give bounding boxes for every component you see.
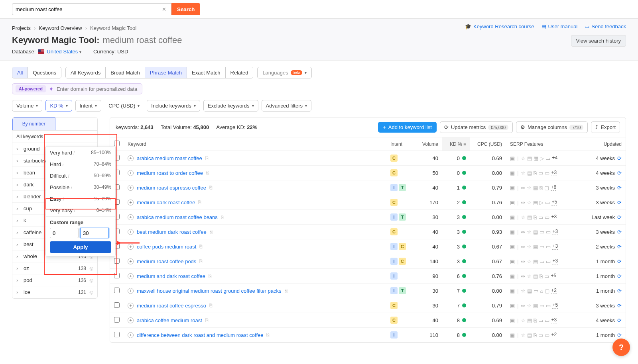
kd-option[interactable]: Very easy i0–14% <box>46 205 115 216</box>
filter-kd[interactable]: KD %▾ <box>45 100 72 112</box>
link-manual[interactable]: ▤User manual <box>542 23 578 29</box>
keyword-link[interactable]: medium roast espresso coffee <box>137 185 206 191</box>
copy-icon[interactable]: ⎘ <box>209 185 212 190</box>
filter-intent[interactable]: Intent▾ <box>75 100 102 112</box>
copy-icon[interactable]: ⎘ <box>221 214 224 220</box>
copy-icon[interactable]: ⎘ <box>205 317 208 323</box>
add-keyword-icon[interactable]: + <box>128 155 134 161</box>
refresh-row-icon[interactable]: ⟳ <box>617 244 622 250</box>
add-keyword-icon[interactable]: + <box>128 288 134 294</box>
search-input[interactable] <box>16 6 160 12</box>
copy-icon[interactable]: ⎘ <box>198 200 201 205</box>
refresh-row-icon[interactable]: ⟳ <box>617 185 622 191</box>
copy-icon[interactable]: ⎘ <box>199 244 202 249</box>
add-keyword-icon[interactable]: + <box>128 200 134 205</box>
export-button[interactable]: ⤴Export <box>591 121 620 133</box>
keyword-link[interactable]: arabica medium roast coffee <box>137 155 202 161</box>
col-serp[interactable]: SERP Features <box>506 137 582 151</box>
copy-icon[interactable]: ⎘ <box>199 258 202 264</box>
ai-domain-input[interactable] <box>57 86 140 92</box>
update-metrics-button[interactable]: ⟳Update metrics0/5,000 <box>440 121 513 133</box>
serp-more-count[interactable]: +5 <box>551 273 556 279</box>
refresh-row-icon[interactable]: ⟳ <box>617 303 622 309</box>
keyword-link[interactable]: difference between dark roast and medium… <box>137 332 263 338</box>
add-keyword-icon[interactable]: + <box>128 332 134 338</box>
tab-phrase-match[interactable]: Phrase Match <box>145 67 187 78</box>
breadcrumb-overview[interactable]: Keyword Overview <box>39 25 82 31</box>
filter-cpc[interactable]: CPC (USD)▾ <box>104 100 144 111</box>
sidebar-item[interactable]: › ice 121 ◎ <box>12 286 97 298</box>
keyword-link[interactable]: coffee pods medium roast <box>137 244 196 250</box>
kd-from-input[interactable] <box>50 228 79 238</box>
kd-option[interactable]: Easy i15–29% <box>46 193 115 205</box>
link-feedback[interactable]: ▭Send feedback <box>585 23 626 29</box>
ai-personalization-bar[interactable]: AI-powered ✦ <box>12 83 142 94</box>
add-to-list-button[interactable]: +Add to keyword list <box>378 122 437 133</box>
serp-more-count[interactable]: +5 <box>552 302 558 309</box>
help-fab[interactable]: ? <box>612 339 630 355</box>
row-checkbox[interactable] <box>114 332 120 337</box>
search-button[interactable]: Search <box>171 3 200 15</box>
row-checkbox[interactable] <box>114 258 120 264</box>
refresh-row-icon[interactable]: ⟳ <box>617 288 622 294</box>
keyword-link[interactable]: medium roast coffee espresso <box>137 303 206 309</box>
serp-more-count[interactable]: +2 <box>551 332 557 338</box>
serp-more-count[interactable]: +4 <box>552 155 557 161</box>
row-checkbox[interactable] <box>114 273 120 278</box>
keyword-link[interactable]: arabica coffee medium roast <box>137 317 202 323</box>
tab-related[interactable]: Related <box>225 67 253 78</box>
tab-all[interactable]: All <box>12 67 28 78</box>
eye-icon[interactable]: ◎ <box>89 278 93 283</box>
breadcrumb-projects[interactable]: Projects <box>12 25 31 31</box>
serp-more-count[interactable]: +3 <box>551 214 557 220</box>
kd-option[interactable]: Possible i30–49% <box>46 182 115 193</box>
serp-more-count[interactable]: +2 <box>551 288 557 294</box>
kd-to-input[interactable] <box>80 228 109 238</box>
view-history-button[interactable]: View search history <box>571 35 626 47</box>
keyword-link[interactable]: medium and dark roast coffee <box>137 273 205 279</box>
tab-exact-match[interactable]: Exact Match <box>187 67 225 78</box>
serp-more-count[interactable]: +3 <box>552 258 558 264</box>
col-intent[interactable]: Intent <box>386 137 414 151</box>
keyword-link[interactable]: medium roast coffee pods <box>137 258 196 264</box>
add-keyword-icon[interactable]: + <box>128 317 134 323</box>
serp-more-count[interactable]: +6 <box>551 184 556 191</box>
add-keyword-icon[interactable]: + <box>128 244 134 250</box>
kd-option[interactable]: Hard i70–84% <box>46 159 115 170</box>
keyword-link[interactable]: arabica medium roast coffee beans <box>137 214 218 220</box>
keyword-link[interactable]: best medium dark roast coffee <box>137 229 207 235</box>
sidebar-tab-by-number[interactable]: By number <box>12 117 55 130</box>
copy-icon[interactable]: ⎘ <box>206 170 209 176</box>
manage-columns-button[interactable]: ⚙Manage columns7/10 <box>516 121 588 133</box>
add-keyword-icon[interactable]: + <box>128 170 134 176</box>
filter-volume[interactable]: Volume▾ <box>12 100 42 112</box>
search-box[interactable]: ✕ <box>12 3 171 15</box>
add-keyword-icon[interactable]: + <box>128 258 134 264</box>
col-keyword[interactable]: Keyword <box>124 137 386 151</box>
tab-all-keywords[interactable]: All Keywords <box>66 67 105 78</box>
tab-questions[interactable]: Questions <box>28 67 61 78</box>
keyword-link[interactable]: medium roast to order coffee <box>137 170 203 176</box>
copy-icon[interactable]: ⎘ <box>285 288 287 294</box>
refresh-row-icon[interactable]: ⟳ <box>617 170 622 176</box>
col-cpc[interactable]: CPC (USD) <box>470 137 506 151</box>
sidebar-item[interactable]: › oz 138 ◎ <box>12 262 97 274</box>
row-checkbox[interactable] <box>114 302 120 308</box>
add-keyword-icon[interactable]: + <box>128 185 134 191</box>
row-checkbox[interactable] <box>114 317 120 323</box>
filter-advanced[interactable]: Advanced filters▾ <box>262 100 312 112</box>
database-select[interactable]: United States ▾ <box>47 49 81 55</box>
copy-icon[interactable]: ⎘ <box>209 273 211 279</box>
filter-exclude[interactable]: Exclude keywords▾ <box>203 100 258 112</box>
col-updated[interactable]: Updated <box>582 137 626 151</box>
copy-icon[interactable]: ⎘ <box>210 229 213 235</box>
sidebar-item[interactable]: › pod 136 ◎ <box>12 274 97 286</box>
col-kd[interactable]: KD % ≡ <box>442 137 470 151</box>
serp-more-count[interactable]: +3 <box>552 243 558 250</box>
copy-icon[interactable]: ⎘ <box>205 155 208 161</box>
refresh-row-icon[interactable]: ⟳ <box>617 273 622 279</box>
sidebar-tab-other[interactable] <box>55 117 98 130</box>
serp-more-count[interactable]: +3 <box>551 317 557 323</box>
refresh-row-icon[interactable]: ⟳ <box>617 214 622 220</box>
col-volume[interactable]: Volume <box>414 137 442 151</box>
